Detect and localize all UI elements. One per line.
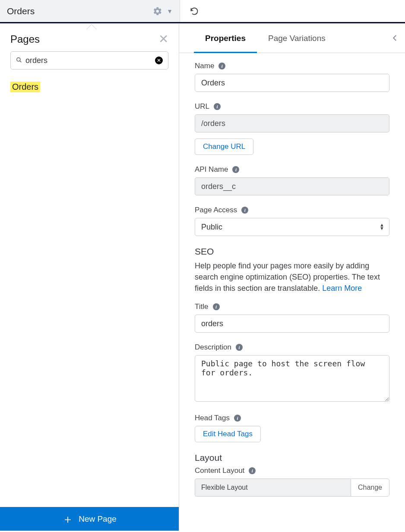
info-icon[interactable]: i [234,415,241,422]
current-page-title: Orders [7,6,151,16]
refresh-icon[interactable] [188,5,201,18]
change-layout-button[interactable]: Change [351,478,389,497]
tab-label: Properties [205,34,246,43]
svg-line-1 [20,60,22,62]
info-icon[interactable]: i [232,166,239,173]
seo-heading: SEO [195,246,389,257]
close-icon[interactable]: ✕ [158,33,168,45]
chevron-down-icon[interactable]: ▼ [167,8,173,15]
title-label: Title [195,302,209,311]
head-tags-label: Head Tags [195,414,230,422]
url-input [195,114,389,132]
tab-label: Page Variations [268,34,326,43]
info-icon[interactable]: i [213,303,220,310]
page-access-label: Page Access [195,206,237,214]
learn-more-link[interactable]: Learn More [322,284,362,293]
topbar-right [180,0,405,22]
info-icon[interactable]: i [241,207,248,214]
name-input[interactable] [195,74,389,92]
clear-search-icon[interactable]: ✕ [155,57,163,64]
new-page-label: New Page [79,514,117,524]
pages-panel: Pages ✕ ✕ Orders ＋ New Page [0,24,179,531]
form: Name i URL i Change URL API Name [179,53,405,531]
info-icon[interactable]: i [218,63,225,69]
change-url-button[interactable]: Change URL [195,139,253,155]
pages-panel-title: Pages [10,33,40,45]
edit-head-tags-button[interactable]: Edit Head Tags [195,426,261,442]
chevron-left-icon[interactable] [391,32,399,45]
content-layout-label: Content Layout [195,466,244,475]
title-input[interactable] [195,315,389,333]
properties-panel: Properties Page Variations Name i [179,24,405,531]
page-access-value: Public [201,223,222,232]
description-label: Description [195,343,231,352]
page-access-select[interactable]: Public [195,218,389,236]
info-icon[interactable]: i [214,103,221,110]
api-name-label: API Name [195,165,228,174]
info-icon[interactable]: i [236,344,243,351]
content-layout-value: Flexible Layout [195,478,351,497]
new-page-button[interactable]: ＋ New Page [0,507,179,531]
gear-icon[interactable] [151,5,164,18]
description-textarea[interactable] [195,355,389,402]
search-input[interactable] [22,56,155,65]
svg-point-0 [17,57,20,61]
tab-properties[interactable]: Properties [194,24,257,53]
url-label: URL [195,102,209,111]
name-label: Name [195,62,214,70]
search-icon [16,57,22,64]
topbar: Orders ▼ [0,0,405,23]
search-results: Orders [0,69,179,507]
plus-icon: ＋ [62,513,73,525]
tab-page-variations[interactable]: Page Variations [257,24,337,53]
search-box: ✕ [10,51,168,69]
info-icon[interactable]: i [249,467,256,474]
page-selector[interactable]: Orders ▼ [0,0,180,22]
api-name-input [195,177,389,195]
seo-help-text: Help people find your pages more easily … [195,260,389,294]
layout-heading: Layout [195,453,389,463]
popover-notch [86,25,97,30]
tabs: Properties Page Variations [179,24,405,53]
result-item-orders[interactable]: Orders [10,82,40,92]
